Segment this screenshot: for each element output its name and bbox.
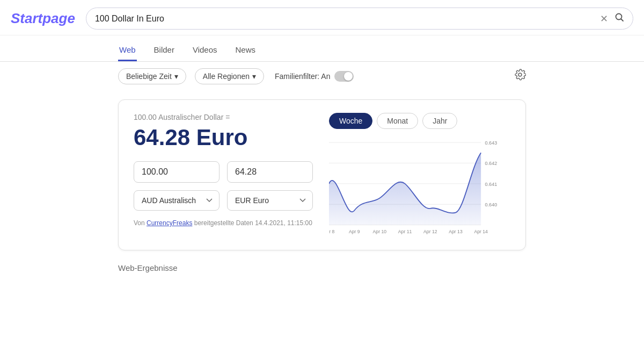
currency-selects-row: AUD Australisch EUR Euro bbox=[134, 190, 313, 211]
svg-text:Apr 14: Apr 14 bbox=[474, 229, 488, 234]
chart-container: 0.643 0.642 0.641 0.640 bbox=[329, 136, 510, 237]
chart-tab-jahr[interactable]: Jahr bbox=[422, 113, 457, 129]
exchange-rate-chart: 0.643 0.642 0.641 0.640 bbox=[329, 136, 510, 237]
source-text: Von bbox=[134, 219, 147, 227]
search-icon[interactable] bbox=[614, 12, 624, 25]
svg-text:Apr 13: Apr 13 bbox=[449, 229, 463, 234]
svg-text:0.641: 0.641 bbox=[485, 182, 497, 187]
logo-text: Startpage bbox=[11, 10, 75, 26]
region-filter-chevron: ▾ bbox=[252, 72, 256, 81]
tab-news[interactable]: News bbox=[235, 41, 257, 61]
currency-card: 100.00 Australischer Dollar = 64.28 Euro… bbox=[118, 99, 526, 250]
svg-text:Apr 12: Apr 12 bbox=[423, 229, 437, 234]
currency-left-panel: 100.00 Australischer Dollar = 64.28 Euro… bbox=[134, 113, 313, 237]
svg-text:0.643: 0.643 bbox=[485, 140, 497, 146]
to-amount-input[interactable] bbox=[227, 161, 313, 183]
family-filter-toggle[interactable] bbox=[334, 71, 354, 82]
source-suffix: bereitgestellte Daten 14.4.2021, 11:15:0… bbox=[192, 219, 312, 227]
svg-text:Apr 8: Apr 8 bbox=[329, 229, 335, 234]
from-currency-select[interactable]: AUD Australisch bbox=[134, 190, 219, 211]
settings-gear-icon[interactable] bbox=[514, 69, 526, 84]
search-input[interactable] bbox=[95, 14, 600, 24]
from-amount-input[interactable] bbox=[134, 161, 219, 183]
time-filter-button[interactable]: Beliebige Zeit ▾ bbox=[118, 68, 186, 84]
svg-text:Apr 11: Apr 11 bbox=[398, 229, 412, 234]
toggle-knob bbox=[344, 72, 353, 81]
tab-videos[interactable]: Videos bbox=[192, 41, 218, 61]
chart-tab-woche[interactable]: Woche bbox=[329, 113, 372, 129]
time-filter-chevron: ▾ bbox=[174, 72, 178, 81]
startpage-logo: Startpage bbox=[11, 10, 75, 27]
clear-icon[interactable]: ✕ bbox=[600, 13, 608, 25]
currency-subtitle: 100.00 Australischer Dollar = bbox=[134, 113, 313, 121]
tab-web[interactable]: Web bbox=[118, 41, 137, 61]
svg-point-0 bbox=[616, 14, 622, 20]
currency-source: Von CurrencyFreaks bereitgestellte Daten… bbox=[134, 219, 313, 227]
region-filter-button[interactable]: Alle Regionen ▾ bbox=[195, 68, 264, 84]
svg-text:0.642: 0.642 bbox=[485, 161, 497, 166]
chart-tabs: Woche Monat Jahr bbox=[329, 113, 510, 129]
svg-text:Apr 10: Apr 10 bbox=[373, 229, 387, 234]
main-content: 100.00 Australischer Dollar = 64.28 Euro… bbox=[0, 91, 644, 281]
source-link[interactable]: CurrencyFreaks bbox=[147, 219, 192, 227]
chart-tab-monat[interactable]: Monat bbox=[377, 113, 418, 129]
family-filter-toggle-container: Familienfilter: An bbox=[273, 71, 354, 82]
search-tabs: Web Bilder Videos News bbox=[0, 35, 644, 62]
filters-bar: Beliebige Zeit ▾ Alle Regionen ▾ Familie… bbox=[0, 62, 644, 91]
tab-bilder[interactable]: Bilder bbox=[153, 41, 175, 61]
currency-result: 64.28 Euro bbox=[134, 125, 313, 150]
region-filter-label: Alle Regionen bbox=[203, 72, 250, 81]
search-bar: ✕ bbox=[86, 8, 633, 30]
svg-text:0.640: 0.640 bbox=[485, 202, 497, 207]
time-filter-label: Beliebige Zeit bbox=[126, 72, 172, 81]
to-currency-select[interactable]: EUR Euro bbox=[227, 190, 313, 211]
currency-right-panel: Woche Monat Jahr 0.643 0.642 bbox=[329, 113, 510, 237]
svg-text:Apr 9: Apr 9 bbox=[349, 229, 360, 234]
family-filter-label: Familienfilter: An bbox=[275, 72, 330, 81]
svg-line-1 bbox=[621, 19, 624, 21]
currency-inputs-row bbox=[134, 161, 313, 183]
web-results-label: Web-Ergebnisse bbox=[118, 263, 526, 272]
